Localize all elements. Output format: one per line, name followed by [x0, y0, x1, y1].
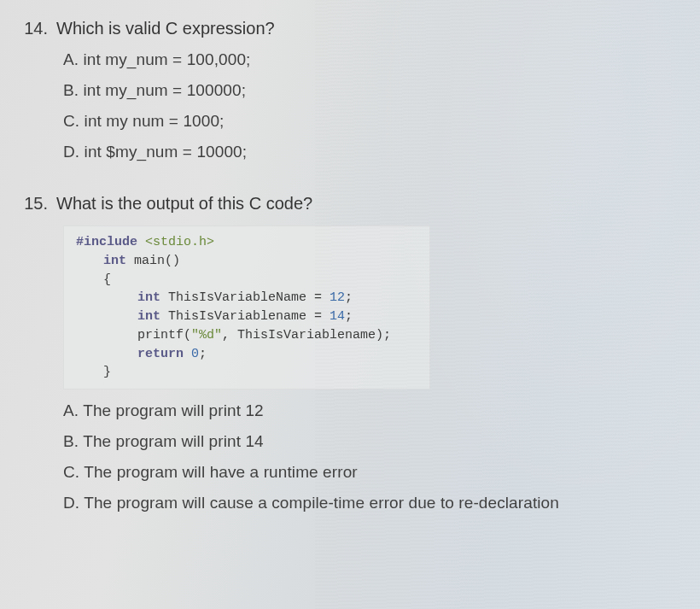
code-token: <stdio.h> — [137, 235, 214, 249]
code-token: ThisIsVariableName = — [160, 290, 330, 305]
question-text: Which is valid C expression? — [56, 19, 275, 38]
option-b: B. int my_num = 100000; — [63, 81, 676, 100]
option-a: A. int my_num = 100,000; — [63, 50, 676, 69]
option-c: C. int my num = 1000; — [63, 112, 676, 131]
question-header: 14. Which is valid C expression? — [15, 19, 676, 38]
question-15-options: A. The program will print 12 B. The prog… — [63, 401, 676, 512]
option-c: C. The program will have a runtime error — [63, 463, 676, 482]
code-token: 12 — [330, 290, 345, 305]
question-14-options: A. int my_num = 100,000; B. int my_num =… — [63, 50, 676, 161]
question-number: 15. — [15, 194, 56, 214]
code-token: int — [103, 254, 126, 268]
question-header: 15. What is the output of this C code? — [15, 194, 676, 214]
code-token: 14 — [330, 309, 345, 324]
code-token — [184, 347, 191, 361]
code-token: 0 — [191, 347, 199, 361]
code-token: return — [137, 347, 184, 361]
code-token: printf( — [137, 328, 191, 343]
code-token: { — [103, 272, 111, 287]
code-token: main() — [126, 254, 180, 268]
option-d: D. int $my_num = 10000; — [63, 143, 676, 161]
code-token: , ThisIsVariablename); — [222, 328, 391, 343]
code-token: } — [103, 365, 111, 379]
code-snippet: #include <stdio.h> int main() { int This… — [63, 225, 430, 389]
page: 14. Which is valid C expression? A. int … — [0, 0, 700, 542]
code-token: ; — [345, 309, 353, 324]
code-token: ; — [199, 347, 207, 361]
question-15: 15. What is the output of this C code? #… — [15, 194, 676, 512]
code-token: int — [137, 309, 160, 324]
option-b: B. The program will print 14 — [63, 432, 676, 451]
code-token: #include — [76, 235, 137, 249]
question-number: 14. — [15, 19, 56, 38]
code-token: "%d" — [191, 328, 222, 343]
option-a: A. The program will print 12 — [63, 401, 676, 420]
code-token: int — [137, 290, 160, 305]
code-token: ; — [345, 290, 353, 305]
question-14: 14. Which is valid C expression? A. int … — [15, 19, 676, 161]
option-d: D. The program will cause a compile-time… — [63, 494, 676, 512]
question-text: What is the output of this C code? — [56, 194, 312, 214]
code-token: ThisIsVariablename = — [160, 309, 330, 324]
